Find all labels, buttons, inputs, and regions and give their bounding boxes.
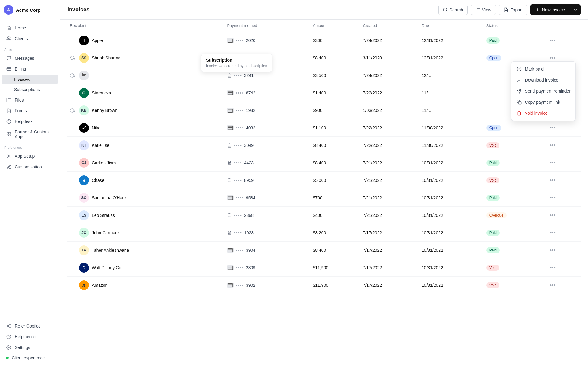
plus-icon xyxy=(535,7,540,12)
sidebar-item-home[interactable]: Home xyxy=(2,23,58,33)
sidebar-item-billing[interactable]: Billing xyxy=(2,64,58,74)
row-more-button[interactable]: ••• xyxy=(548,229,557,237)
context-menu-item-send-reminder[interactable]: Send payment reminder xyxy=(511,86,575,97)
sidebar-item-helpdesk[interactable]: Helpdesk xyxy=(2,116,58,127)
sidebar-item-settings[interactable]: Settings xyxy=(2,342,58,353)
sidebar-item-messages[interactable]: Messages xyxy=(2,53,58,63)
recipient-name: Katie Tse xyxy=(92,143,109,148)
row-more-button[interactable]: ••• xyxy=(548,124,557,132)
row-more-button[interactable]: ••• xyxy=(548,159,557,167)
payment-method: •••• 4423 xyxy=(227,160,308,165)
sidebar-item-clients[interactable]: Clients xyxy=(2,33,58,44)
created-cell: 7/17/2022 xyxy=(360,277,419,294)
row-more-button[interactable]: ••• xyxy=(548,247,557,254)
col-actions xyxy=(545,20,581,32)
search-button[interactable]: Search xyxy=(438,5,468,15)
export-button[interactable]: Export xyxy=(499,5,527,15)
payment-method: •••• 3904 xyxy=(227,248,308,253)
actions-cell: ••• xyxy=(545,154,581,172)
sidebar-label-partner-custom-apps: Partner & Custom Apps xyxy=(15,129,54,139)
svg-rect-43 xyxy=(228,196,233,200)
table-row: a Amazon •••• 3902 $11,900 7/17/2022 10/… xyxy=(67,277,581,294)
status-cell: Void xyxy=(484,137,545,154)
sidebar-item-invoices[interactable]: Invoices xyxy=(2,75,58,84)
due-cell: 10/31/2022 xyxy=(419,224,484,242)
sidebar-label-home: Home xyxy=(15,25,26,30)
status-cell: Paid xyxy=(484,224,545,242)
avatar: ✓ xyxy=(79,123,89,133)
payment-method: •••• 2020 xyxy=(227,38,308,43)
recipient-name: Nike xyxy=(92,125,100,130)
amount-cell: $8,400 xyxy=(311,137,360,154)
sidebar-label-help-center: Help center xyxy=(15,334,37,339)
context-menu: Mark paid Download invoice Send payment … xyxy=(511,61,576,121)
due-cell: 10/31/2022 xyxy=(419,277,484,294)
sidebar-item-subscriptions[interactable]: Subscriptions xyxy=(2,85,58,94)
sidebar-item-forms[interactable]: Forms xyxy=(2,105,58,116)
context-menu-label: Download invoice xyxy=(525,78,559,82)
chevron-down-icon xyxy=(573,8,578,12)
status-cell: Void xyxy=(484,277,545,294)
context-menu-item-copy-link[interactable]: Copy payment link xyxy=(511,97,575,108)
row-more-button[interactable]: ••• xyxy=(548,212,557,219)
svg-point-13 xyxy=(7,325,8,327)
sidebar-label-settings: Settings xyxy=(15,345,30,350)
company-name: Acme Corp xyxy=(16,7,40,13)
svg-point-0 xyxy=(7,37,9,38)
context-menu-label: Mark paid xyxy=(525,67,544,71)
avatar: D xyxy=(79,263,89,273)
amount-cell: $400 xyxy=(311,207,360,224)
context-menu-item-void-invoice[interactable]: Void invoice xyxy=(511,108,575,119)
status-badge: Void xyxy=(486,265,499,271)
amount-cell: $11,900 xyxy=(311,277,360,294)
card-icon xyxy=(227,38,234,43)
sidebar-item-partner-custom-apps[interactable]: Partner & Custom Apps xyxy=(2,127,58,142)
row-more-button[interactable]: ••• xyxy=(548,37,557,44)
svg-rect-41 xyxy=(228,126,233,130)
recipient-cell: KT Katie Tse xyxy=(67,137,224,154)
avatar:  xyxy=(79,36,89,45)
row-more-button[interactable]: ••• xyxy=(548,264,557,272)
sidebar-item-customization[interactable]: Customization xyxy=(2,162,58,172)
messages-icon xyxy=(6,56,12,61)
due-cell: 12/31/2022 xyxy=(419,49,484,67)
table-row: D Walt Disney Co. •••• 2309 $11,900 7/17… xyxy=(67,259,581,277)
row-more-button[interactable]: ••• xyxy=(548,194,557,202)
avatar: JC xyxy=(79,228,89,238)
row-more-button[interactable]: ••• xyxy=(548,54,557,62)
new-invoice-main-button[interactable]: New invoice xyxy=(530,4,570,15)
sidebar-item-client-experience[interactable]: Client experience xyxy=(2,353,58,363)
amount-cell: $1,100 xyxy=(311,119,360,137)
table-row: KB Kenny Brown •••• 1982 $900 1/03/2022 … xyxy=(67,102,581,119)
due-cell: 11/30/2022 xyxy=(419,119,484,137)
main-content: Invoices Search View Export New xyxy=(60,0,588,368)
recipient-name: Leo Strauss xyxy=(92,213,115,218)
row-more-button[interactable]: ••• xyxy=(548,282,557,289)
sidebar-item-app-setup[interactable]: App Setup xyxy=(2,151,58,161)
row-more-button[interactable]: ••• xyxy=(548,177,557,184)
amount-cell: $8,400 xyxy=(311,49,360,67)
row-more-button[interactable]: ••• xyxy=(548,142,557,149)
created-cell: 7/17/2022 xyxy=(360,242,419,259)
context-menu-label: Void invoice xyxy=(525,111,548,116)
sidebar: A Acme Corp Home Clients Apps Messages xyxy=(0,0,60,368)
status-badge: Paid xyxy=(486,230,500,236)
files-icon xyxy=(6,97,12,103)
sidebar-item-refer-copilot[interactable]: Refer Copilot xyxy=(2,321,58,331)
recipient-name: Taher Ankleshwaria xyxy=(92,248,129,253)
col-recipient: Recipient xyxy=(67,20,224,32)
sidebar-item-help-center[interactable]: Help center xyxy=(2,332,58,342)
due-cell: 10/31/2022 xyxy=(419,189,484,207)
sidebar-item-files[interactable]: Files xyxy=(2,95,58,105)
view-button[interactable]: View xyxy=(471,5,496,15)
table-row: TA Taher Ankleshwaria •••• 3904 $8,400 7… xyxy=(67,242,581,259)
table-row: CJ Carlton Jisra •••• 4423 $8,400 7/21/2… xyxy=(67,154,581,172)
context-menu-item-mark-paid[interactable]: Mark paid xyxy=(511,63,575,75)
context-menu-item-download-invoice[interactable]: Download invoice xyxy=(511,75,575,86)
payment-method: •••• 1982 xyxy=(227,108,308,113)
amount-cell: $11,900 xyxy=(311,259,360,277)
new-invoice-dropdown-button[interactable] xyxy=(570,5,581,15)
recipient-name: Walt Disney Co. xyxy=(92,265,123,270)
sidebar-nav: Home Clients Apps Messages Billing Invoi… xyxy=(0,20,60,318)
bank-icon xyxy=(227,73,232,78)
